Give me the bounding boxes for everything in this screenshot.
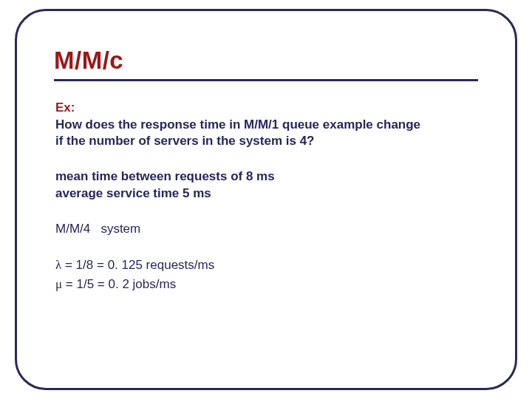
mu-value: = 1/5 = 0. 2 jobs/ms (62, 277, 176, 291)
question-line-1: How does the response time in M/M/1 queu… (55, 117, 420, 132)
param-line-2: average service time 5 ms (55, 186, 211, 200)
example-label: Ex: (55, 100, 478, 115)
mu-symbol: μ (55, 277, 62, 291)
slide-content: Ex: How does the response time in M/M/1 … (54, 87, 478, 293)
parameters: mean time between requests of 8 ms avera… (55, 168, 478, 202)
question-line-2: if the number of servers in the system i… (55, 134, 315, 148)
param-line-1: mean time between requests of 8 ms (55, 169, 275, 183)
lambda-value: = 1/8 = 0. 125 requests/ms (61, 258, 214, 272)
equations: λ = 1/8 = 0. 125 requests/ms μ = 1/5 = 0… (55, 256, 478, 293)
lambda-symbol: λ (55, 258, 61, 272)
mu-equation: μ = 1/5 = 0. 2 jobs/ms (55, 275, 478, 294)
question-text: How does the response time in M/M/1 queu… (55, 117, 478, 149)
slide-title: M/M/c (54, 47, 478, 75)
title-underline (54, 79, 478, 81)
lambda-equation: λ = 1/8 = 0. 125 requests/ms (55, 256, 478, 275)
title-block: M/M/c (54, 47, 478, 81)
slide-frame: M/M/c Ex: How does the response time in … (15, 9, 517, 390)
system-label: M/M/4 system (55, 222, 478, 236)
